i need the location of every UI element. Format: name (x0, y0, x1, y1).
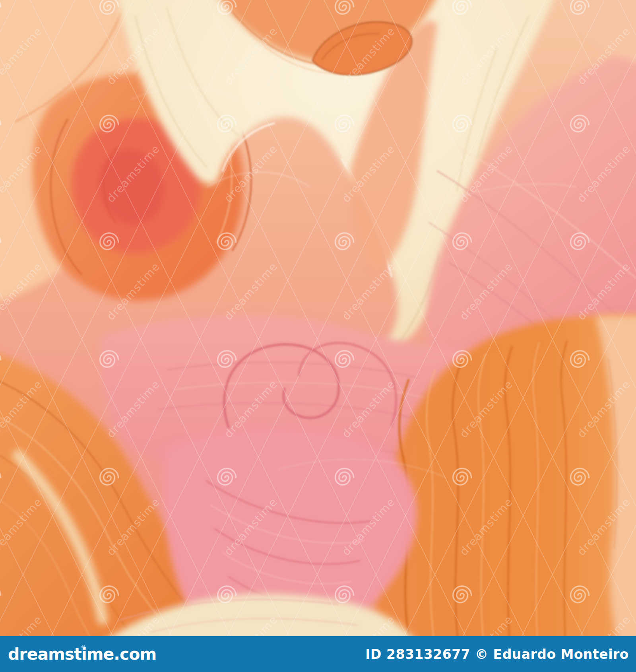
stock-photo-preview: dreamstime dreamstime.com ID 283132677 ©… (0, 0, 636, 672)
dreamstime-logo: dreamstime.com (8, 636, 156, 672)
abstract-wave-svg (0, 0, 636, 636)
abstract-wave-artwork (0, 0, 636, 636)
dreamstime-spiral-icon (79, 642, 87, 651)
image-credit-text: ID 283132677 © Eduardo Monteiro (365, 647, 629, 662)
watermark-footer-bar: dreamstime.com ID 283132677 © Eduardo Mo… (0, 636, 636, 672)
